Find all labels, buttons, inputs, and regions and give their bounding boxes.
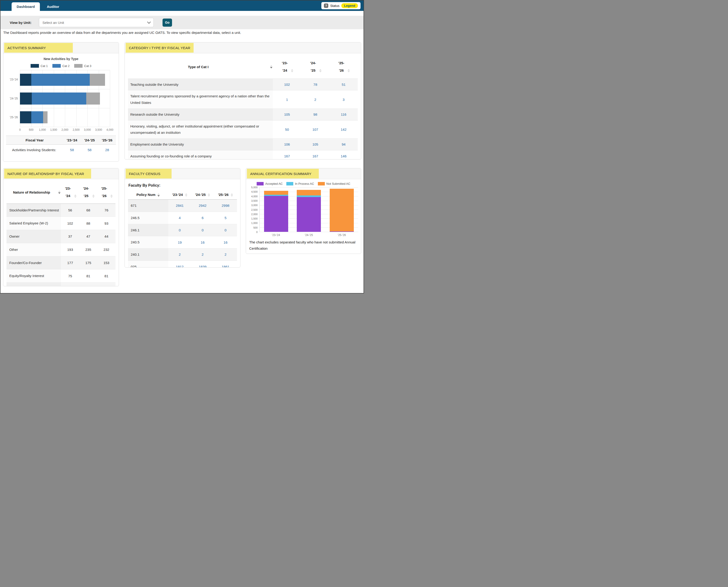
row-label: Teaching outside the University: [128, 78, 273, 90]
value-link[interactable]: 58: [88, 148, 92, 152]
value-link[interactable]: 19: [178, 240, 182, 244]
column-header-sortable[interactable]: '25-'26: [97, 181, 115, 204]
value-link[interactable]: 2841: [176, 204, 184, 208]
bar-segment: [20, 111, 31, 123]
column-header-sortable[interactable]: '24-'25: [79, 181, 97, 204]
top-nav-bar: Dashboard Auditor ? Status Legend: [0, 0, 363, 11]
panel-title: ANNUAL CERTIFICATION SUMMARY: [247, 169, 319, 179]
sort-icon[interactable]: [319, 69, 322, 72]
value-link[interactable]: 0: [202, 228, 204, 232]
value-link[interactable]: 4: [179, 216, 181, 220]
y-axis-tick-label: 3,000: [251, 204, 258, 207]
row-label: Activities Involving Students:: [6, 145, 63, 155]
column-header-sortable[interactable]: '25-'26: [329, 55, 358, 78]
legend-swatch: [257, 182, 264, 185]
value-link[interactable]: 167: [312, 154, 318, 158]
sort-icon[interactable]: [158, 193, 160, 196]
value-link[interactable]: 50: [285, 127, 289, 132]
value-link[interactable]: 0: [179, 228, 181, 232]
go-button[interactable]: Go: [163, 19, 172, 27]
column-header-sortable[interactable]: '23-'24: [273, 55, 301, 78]
legend-swatch: [52, 64, 61, 68]
legend-badge[interactable]: Legend: [341, 3, 358, 8]
row-label: 240.1: [128, 249, 168, 261]
value-link[interactable]: 146: [340, 154, 346, 158]
sort-icon[interactable]: [291, 69, 293, 72]
value-link[interactable]: 106: [284, 142, 290, 146]
value-link[interactable]: 0: [225, 228, 226, 232]
sort-icon[interactable]: [348, 69, 350, 72]
value-link[interactable]: 2: [202, 253, 204, 256]
bar-segment: [43, 111, 48, 123]
value-link[interactable]: 78: [313, 83, 318, 87]
y-axis-tick-label: 0: [256, 231, 258, 233]
value-link[interactable]: 105: [312, 142, 318, 146]
sort-icon[interactable]: [231, 193, 233, 196]
table-row: 246.1000: [128, 224, 237, 236]
value-link[interactable]: 51: [342, 83, 346, 87]
value-link[interactable]: 5: [225, 216, 226, 220]
value-link[interactable]: 94: [342, 142, 346, 146]
sort-icon[interactable]: [58, 191, 61, 194]
y-axis-category-label: '24-'25: [6, 89, 20, 108]
value-link[interactable]: 1839: [199, 265, 206, 267]
x-axis-tick-label: 1,000: [39, 128, 46, 132]
row-label: Other: [6, 243, 61, 256]
column-header-sortable[interactable]: '24-'25: [301, 55, 329, 78]
value-cell: 28: [98, 145, 116, 155]
value-cell: 175: [79, 256, 97, 269]
value-link[interactable]: 1812: [176, 265, 184, 267]
value-link[interactable]: 98: [313, 113, 318, 116]
table-row: 240.5191616: [128, 236, 237, 249]
bar-segment: [32, 93, 86, 104]
column-header-sortable[interactable]: Nature of Relationship: [6, 181, 61, 204]
value-link[interactable]: 167: [284, 154, 290, 158]
value-link[interactable]: 105: [284, 113, 290, 116]
value-link[interactable]: 6: [202, 216, 204, 220]
sort-icon[interactable]: [185, 193, 187, 196]
value-link[interactable]: 116: [341, 113, 346, 116]
y-axis-tick-label: 4,500: [251, 190, 258, 193]
tab-dashboard[interactable]: Dashboard: [11, 2, 40, 11]
value-link[interactable]: 2: [225, 253, 226, 256]
value-link[interactable]: 2: [179, 253, 181, 256]
bar-segment: [86, 93, 100, 104]
value-cell: 56: [61, 204, 79, 217]
value-link[interactable]: 16: [224, 240, 228, 244]
sort-icon[interactable]: [92, 194, 95, 198]
value-link[interactable]: 107: [312, 127, 318, 132]
panel-header: CATEGORY I TYPE BY FISCAL YEAR: [125, 42, 361, 53]
stacked-bar: [330, 187, 354, 232]
stacked-bar: [264, 187, 288, 232]
column-header-sortable[interactable]: Type of Cat I: [128, 55, 273, 78]
panel-title: ACTIVITIES SUMMARY: [4, 43, 73, 53]
sort-icon[interactable]: [208, 193, 210, 196]
column-header-sortable[interactable]: Policy Num: [128, 190, 168, 199]
value-link[interactable]: 102: [284, 83, 290, 87]
value-link[interactable]: 16: [201, 240, 205, 244]
sort-icon[interactable]: [74, 194, 76, 198]
value-link[interactable]: 2998: [221, 204, 229, 208]
table-row: Activities Involving Students: 58 58 28: [6, 145, 116, 155]
column-header-sortable[interactable]: '23-'24: [61, 181, 79, 204]
unit-select[interactable]: Select an Unit: [39, 18, 154, 27]
value-cell: 81: [79, 269, 97, 283]
value-link[interactable]: 2: [314, 98, 316, 101]
column-header-sortable[interactable]: '24-'25: [191, 190, 214, 199]
help-icon[interactable]: ?: [324, 3, 328, 8]
tab-auditor[interactable]: Auditor: [40, 2, 66, 11]
value-link[interactable]: 142: [340, 127, 346, 132]
value-link[interactable]: 3: [343, 98, 345, 101]
value-link[interactable]: 1: [286, 98, 288, 101]
value-link[interactable]: 2942: [199, 204, 206, 208]
value-link[interactable]: 28: [105, 148, 109, 152]
y-axis-tick-label: 3,500: [251, 199, 258, 202]
table-header-row: Policy Num '23-'24 '24-'25 '25-'26: [128, 190, 237, 199]
value-link[interactable]: 58: [70, 148, 74, 152]
value-link[interactable]: 1861: [221, 265, 229, 267]
sort-icon[interactable]: [270, 65, 273, 68]
column-header-sortable[interactable]: '25-'26: [214, 190, 237, 199]
sort-icon[interactable]: [110, 194, 113, 198]
bar-segment: [264, 196, 288, 232]
column-header-sortable[interactable]: '23-'24: [168, 190, 191, 199]
